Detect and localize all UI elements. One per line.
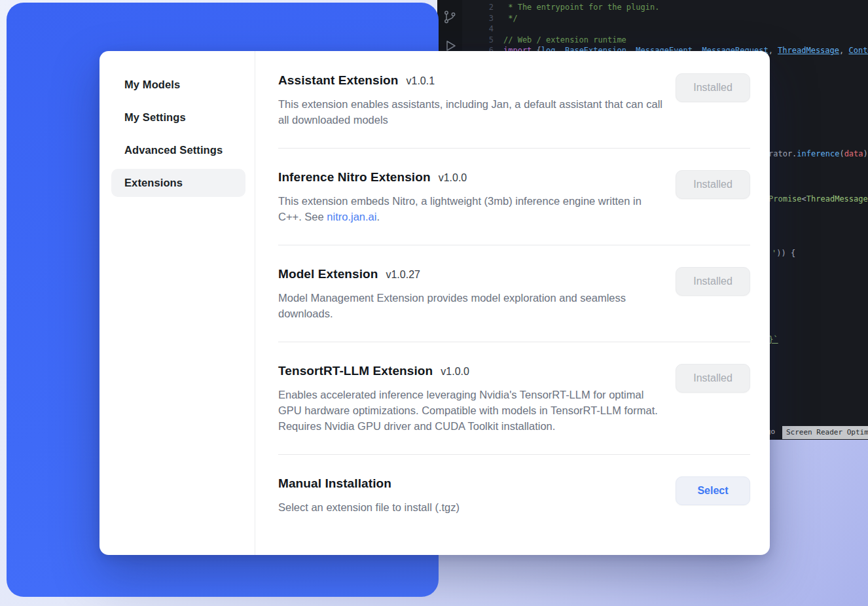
extension-version: v1.0.1 [407, 75, 435, 87]
extension-info: TensortRT-LLM Extension v1.0.0 Enables a… [278, 364, 664, 434]
code-line: 4 [480, 24, 868, 35]
sidebar-item-advanced-settings[interactable]: Advanced Settings [111, 136, 245, 164]
settings-dialog: My Models My Settings Advanced Settings … [99, 51, 770, 555]
description-text: . [376, 211, 380, 223]
line-number: 2 [480, 2, 494, 13]
extension-row-tensorrt-llm: TensortRT-LLM Extension v1.0.0 Enables a… [278, 342, 750, 455]
extension-row-inference-nitro: Inference Nitro Extension v1.0.0 This ex… [278, 149, 750, 245]
sidebar-item-extensions[interactable]: Extensions [111, 169, 245, 197]
source-control-icon[interactable] [442, 9, 458, 25]
extension-description: This extension enables assistants, inclu… [278, 96, 664, 128]
extension-info: Inference Nitro Extension v1.0.0 This ex… [278, 170, 664, 224]
extension-version: v1.0.0 [439, 172, 467, 184]
sidebar-item-my-settings[interactable]: My Settings [111, 103, 245, 132]
installed-button[interactable]: Installed [676, 267, 750, 296]
extension-title: Model Extension [278, 267, 378, 281]
extension-title-row: Model Extension v1.0.27 [278, 267, 664, 281]
code-text: * The entrypoint for the plugin. [503, 2, 659, 13]
line-number: 5 [480, 35, 494, 46]
nitro-jan-ai-link[interactable]: nitro.jan.ai [327, 211, 376, 223]
extensions-list: Assistant Extension v1.0.1 This extensio… [255, 51, 770, 555]
select-file-button[interactable]: Select [676, 476, 750, 505]
code-line: 2 * The entrypoint for the plugin. [480, 2, 868, 13]
extension-row-model: Model Extension v1.0.27 Model Management… [278, 245, 750, 342]
code-line: 5 // Web / extension runtime [480, 35, 868, 46]
manual-installation-description: Select an extension file to install (.tg… [278, 499, 460, 515]
extension-row-assistant: Assistant Extension v1.0.1 This extensio… [278, 73, 750, 149]
installed-button[interactable]: Installed [676, 73, 750, 102]
code-text: */ [503, 13, 518, 24]
manual-installation-row: Manual Installation Select an extension … [278, 455, 750, 528]
code-text: // Web / extension runtime [503, 35, 626, 46]
extension-title: TensortRT-LLM Extension [278, 364, 433, 378]
extension-version: v1.0.27 [386, 269, 420, 281]
extension-description: This extension embeds Nitro, a lightweig… [278, 193, 664, 224]
screen-reader-badge[interactable]: Screen Reader Optimized [782, 426, 868, 439]
code-fragment: rator.inference(data)); [769, 149, 868, 159]
manual-installation-title: Manual Installation [278, 476, 391, 491]
installed-button[interactable]: Installed [676, 364, 750, 393]
extension-title: Assistant Extension [278, 73, 399, 88]
code-lines: 2 * The entrypoint for the plugin. 3 */ … [480, 2, 868, 56]
code-line: 3 */ [480, 13, 868, 24]
extension-title-row: Inference Nitro Extension v1.0.0 [278, 170, 664, 185]
extension-info: Assistant Extension v1.0.1 This extensio… [278, 73, 664, 128]
line-number: 4 [480, 24, 494, 35]
extension-title-row: TensortRT-LLM Extension v1.0.0 [278, 364, 664, 378]
extension-description: Enables accelerated inference leveraging… [278, 387, 664, 434]
extension-version: v1.0.0 [441, 366, 469, 378]
code-fragment: ')) { [772, 248, 795, 258]
code-fragment: Promise<ThreadMessage> [769, 194, 868, 204]
extension-title-row: Assistant Extension v1.0.1 [278, 73, 664, 88]
line-number: 3 [480, 13, 494, 24]
extension-info: Manual Installation Select an extension … [278, 476, 460, 515]
settings-sidebar: My Models My Settings Advanced Settings … [99, 51, 255, 555]
extension-title: Inference Nitro Extension [278, 170, 431, 185]
extension-info: Model Extension v1.0.27 Model Management… [278, 267, 664, 321]
extension-description: Model Management Extension provides mode… [278, 290, 664, 321]
installed-button[interactable]: Installed [676, 170, 750, 199]
extension-title-row: Manual Installation [278, 476, 460, 491]
sidebar-item-my-models[interactable]: My Models [111, 71, 245, 99]
